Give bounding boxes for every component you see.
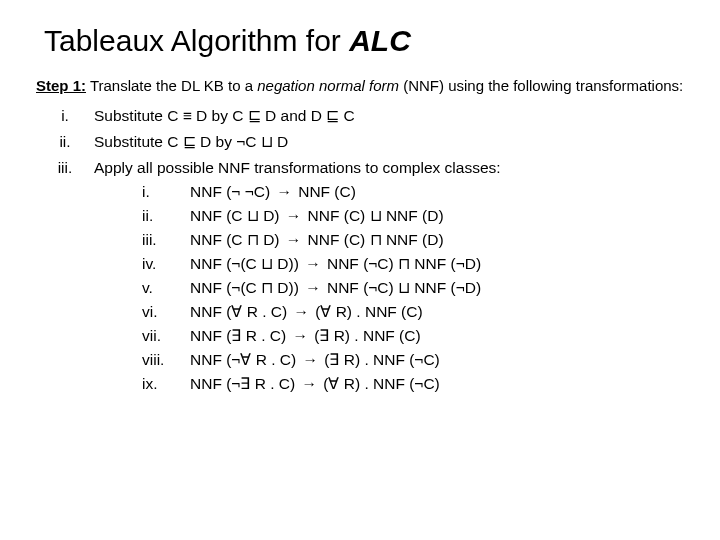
step-label: Step 1: xyxy=(36,77,86,94)
outer-intro: Apply all possible NNF transformations t… xyxy=(94,159,501,176)
step-italic: negation normal form xyxy=(257,77,399,94)
arrow-icon: → xyxy=(293,303,309,320)
outer-list: i. Substitute C ≡ D by C ⊑ D and D ⊑ C i… xyxy=(36,104,684,396)
arrow-icon: → xyxy=(286,231,302,248)
step-intro: Step 1: Translate the DL KB to a negatio… xyxy=(36,76,684,96)
page-title: Tableaux Algorithm for ALC xyxy=(36,24,684,58)
outer-item-i: i. Substitute C ≡ D by C ⊑ D and D ⊑ C xyxy=(36,104,684,128)
arrow-icon: → xyxy=(302,351,318,368)
inner-item: ix.NNF (¬∃ R . C) → (∀ R) . NNF (¬C) xyxy=(142,372,684,396)
outer-content: Apply all possible NNF transformations t… xyxy=(94,156,684,396)
arrow-icon: → xyxy=(305,255,321,272)
step-text-1: Translate the DL KB to a xyxy=(86,77,257,94)
body: i. Substitute C ≡ D by C ⊑ D and D ⊑ C i… xyxy=(36,104,684,396)
inner-item: ii.NNF (C ⊔ D) → NNF (C) ⊔ NNF (D) xyxy=(142,204,684,228)
inner-item: iii.NNF (C ⊓ D) → NNF (C) ⊓ NNF (D) xyxy=(142,228,684,252)
outer-item-iii: iii. Apply all possible NNF transformati… xyxy=(36,156,684,396)
title-suffix: ALC xyxy=(349,24,411,57)
outer-content: Substitute C ⊑ D by ¬C ⊔ D xyxy=(94,130,684,154)
inner-item: i.NNF (¬ ¬C) → NNF (C) xyxy=(142,180,684,204)
outer-num: iii. xyxy=(36,156,94,396)
outer-item-ii: ii. Substitute C ⊑ D by ¬C ⊔ D xyxy=(36,130,684,154)
arrow-icon: → xyxy=(286,207,302,224)
title-prefix: Tableaux Algorithm for xyxy=(44,24,349,57)
inner-list: i.NNF (¬ ¬C) → NNF (C) ii.NNF (C ⊔ D) → … xyxy=(94,180,684,396)
inner-item: vi.NNF (∀ R . C) → (∀ R) . NNF (C) xyxy=(142,300,684,324)
arrow-icon: → xyxy=(305,279,321,296)
arrow-icon: → xyxy=(301,375,317,392)
outer-num: ii. xyxy=(36,130,94,154)
inner-item: iv.NNF (¬(C ⊔ D)) → NNF (¬C) ⊓ NNF (¬D) xyxy=(142,252,684,276)
step-text-2: (NNF) using the following transformation… xyxy=(399,77,683,94)
arrow-icon: → xyxy=(292,327,308,344)
arrow-icon: → xyxy=(276,183,292,200)
outer-num: i. xyxy=(36,104,94,128)
outer-content: Substitute C ≡ D by C ⊑ D and D ⊑ C xyxy=(94,104,684,128)
inner-item: vii.NNF (∃ R . C) → (∃ R) . NNF (C) xyxy=(142,324,684,348)
inner-item: viii.NNF (¬∀ R . C) → (∃ R) . NNF (¬C) xyxy=(142,348,684,372)
inner-item: v.NNF (¬(C ⊓ D)) → NNF (¬C) ⊔ NNF (¬D) xyxy=(142,276,684,300)
